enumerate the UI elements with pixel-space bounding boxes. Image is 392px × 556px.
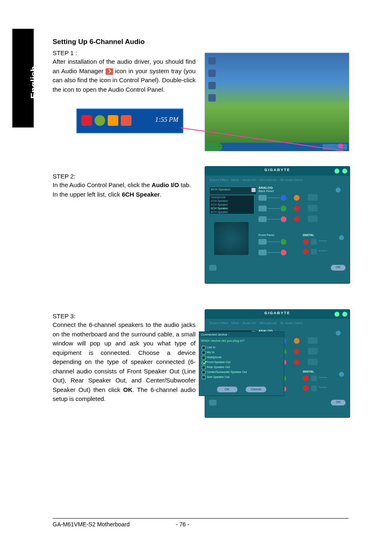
digital-waveform-icon: ⁓⁓⁓ bbox=[318, 239, 327, 243]
step2-body: In the Audio Control Panel, click the Au… bbox=[53, 181, 196, 199]
jack-dot-pink[interactable] bbox=[281, 250, 286, 255]
jack-dot-orange[interactable] bbox=[294, 195, 300, 201]
checkbox-icon[interactable] bbox=[202, 351, 205, 354]
checkbox-icon[interactable] bbox=[202, 371, 205, 374]
panel-status-icon bbox=[209, 400, 217, 405]
speaker-selected-label: 6CH Speaker bbox=[211, 188, 231, 191]
jack-target bbox=[308, 205, 318, 211]
jack-icon bbox=[258, 216, 267, 222]
tab-3d-audio-demo[interactable]: 3D Audio Demo bbox=[280, 321, 303, 325]
desktop-icon bbox=[208, 70, 216, 77]
front-panel-section: Front Panel bbox=[258, 234, 300, 258]
jack-target bbox=[308, 194, 318, 201]
device-option[interactable]: Center/Subwoofer Speaker Out bbox=[202, 370, 281, 375]
jack-dot-blue[interactable] bbox=[281, 195, 286, 201]
jack-line bbox=[267, 252, 280, 253]
analog-section: ANALOG Back Panel bbox=[258, 186, 341, 225]
device-option[interactable]: Line In bbox=[202, 345, 281, 350]
checkbox-icon[interactable] bbox=[202, 366, 205, 369]
tab-mixer[interactable]: Mixer bbox=[231, 178, 240, 182]
popup-question: Which device did you plug in? bbox=[199, 337, 284, 344]
option-label: Line In bbox=[207, 346, 215, 349]
jack-row bbox=[258, 215, 341, 225]
start-button[interactable] bbox=[205, 143, 222, 151]
tab-microphone[interactable]: Microphone bbox=[260, 321, 277, 325]
popup-ok-button[interactable]: OK bbox=[217, 387, 238, 392]
digital-row: ⁓⁓⁓ bbox=[303, 238, 344, 246]
jack-target bbox=[308, 359, 318, 365]
digital-jack-icon[interactable] bbox=[303, 375, 309, 381]
tab-microphone[interactable]: Microphone bbox=[260, 178, 277, 182]
speaker-option-selected[interactable]: 6CH Speaker bbox=[210, 206, 254, 210]
tray-icon[interactable] bbox=[108, 115, 118, 126]
figure-systray-detail: 1:55 PM bbox=[76, 109, 183, 133]
jack-icon bbox=[258, 206, 267, 211]
digital-row: ⁓⁓⁓ bbox=[303, 248, 344, 256]
tab-3d-audio-demo[interactable]: 3D Audio Demo bbox=[280, 178, 303, 182]
jack-line bbox=[267, 241, 280, 242]
checkbox-checked-icon[interactable] bbox=[202, 361, 205, 364]
popup-cancel-button[interactable]: Cancel bbox=[246, 387, 266, 392]
ok-button[interactable]: OK bbox=[331, 400, 346, 405]
option-label: Headphone bbox=[207, 356, 221, 359]
step2-text-b: tab. bbox=[179, 181, 191, 188]
speaker-config-select[interactable]: 6CH Speaker bbox=[209, 187, 257, 195]
digital-jack-icon[interactable] bbox=[303, 249, 309, 255]
speaker-option[interactable]: Headphone bbox=[210, 195, 254, 199]
speaker-option[interactable]: 2CH Speaker bbox=[210, 199, 254, 203]
option-label: Rear Speaker Out bbox=[207, 366, 230, 368]
mic-icon bbox=[258, 250, 267, 255]
audio-manager-tray-icon[interactable] bbox=[121, 115, 131, 126]
jack-dot-black[interactable] bbox=[294, 206, 300, 211]
jack-dot-green[interactable] bbox=[281, 239, 286, 245]
jack-dot-orange[interactable] bbox=[294, 338, 300, 344]
checkbox-icon[interactable] bbox=[202, 375, 205, 379]
digital-label: DIGITAL bbox=[303, 370, 344, 373]
popup-options: Line In Mic In Headphone Front Speaker O… bbox=[199, 344, 284, 382]
device-option[interactable]: Side Speaker Out bbox=[202, 375, 281, 380]
close-icon[interactable] bbox=[342, 169, 347, 174]
device-option[interactable]: Headphone bbox=[202, 355, 281, 360]
jack-line bbox=[267, 197, 280, 198]
optical-icon bbox=[311, 239, 317, 245]
digital-row: ⁓⁓⁓ bbox=[303, 375, 344, 383]
ok-button[interactable]: OK bbox=[331, 265, 346, 271]
tray-icon[interactable] bbox=[81, 115, 92, 126]
popup-header: Connected device : bbox=[199, 332, 284, 337]
digital-waveform-icon: ⁓⁓⁓ bbox=[318, 376, 327, 379]
device-option[interactable]: Mic In bbox=[202, 350, 281, 355]
minimize-icon[interactable] bbox=[334, 312, 339, 317]
info-icon[interactable] bbox=[336, 331, 341, 336]
device-option[interactable]: Front Speaker Out bbox=[202, 360, 281, 365]
jack-dot-pink[interactable] bbox=[281, 216, 286, 222]
digital-label: DIGITAL bbox=[303, 234, 344, 236]
speaker-option[interactable]: 4CH Speaker bbox=[210, 203, 254, 206]
step1-block: STEP 1 : After installation of the audio… bbox=[53, 49, 196, 94]
info-icon[interactable] bbox=[336, 188, 341, 192]
checkbox-icon[interactable] bbox=[202, 356, 205, 359]
speaker-option[interactable]: 8CH Speaker bbox=[210, 210, 254, 214]
digital-jack-icon[interactable] bbox=[303, 385, 309, 391]
close-icon[interactable] bbox=[342, 312, 347, 317]
panel-titlebar: GIGABYTE bbox=[205, 310, 350, 319]
tray-icon[interactable] bbox=[95, 115, 105, 126]
jack-dot-green[interactable] bbox=[281, 206, 286, 211]
desktop-icon bbox=[208, 57, 216, 65]
tab-audio-io[interactable]: Audio I/O bbox=[242, 178, 256, 182]
tab-audio-io[interactable]: Audio I/O bbox=[242, 321, 256, 325]
jack-target bbox=[308, 215, 318, 222]
tab-sound-effect[interactable]: Sound Effect bbox=[209, 178, 228, 182]
jack-dot-black[interactable] bbox=[294, 349, 300, 354]
panel-body: 6CH Speaker Headphone 2CH Speaker 4CH Sp… bbox=[205, 184, 350, 273]
jack-dot-grey[interactable] bbox=[294, 359, 300, 365]
checkbox-icon[interactable] bbox=[202, 346, 205, 350]
device-option[interactable]: Rear Speaker Out bbox=[202, 365, 281, 370]
jack-dot-grey[interactable] bbox=[294, 216, 300, 222]
minimize-icon[interactable] bbox=[334, 169, 339, 174]
digital-section: DIGITAL ⁓⁓⁓ ⁓⁓⁓ bbox=[303, 370, 344, 393]
tab-mixer[interactable]: Mixer bbox=[231, 321, 240, 325]
jack-target bbox=[308, 337, 318, 344]
connected-device-popup: Connected device : Which device did you … bbox=[199, 331, 284, 396]
digital-jack-icon[interactable] bbox=[303, 239, 309, 245]
tab-sound-effect[interactable]: Sound Effect bbox=[209, 321, 228, 325]
